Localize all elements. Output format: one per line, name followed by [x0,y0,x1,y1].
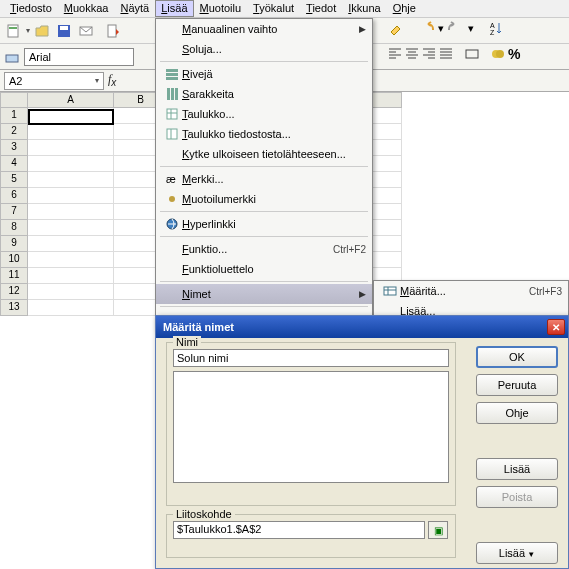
svg-rect-16 [171,88,174,100]
row-header[interactable]: 12 [0,284,28,300]
format-icon [162,192,182,206]
menu-näytä[interactable]: Näytä [114,0,155,17]
menu-lisää[interactable]: Lisää [155,0,193,17]
char-icon: æ [162,172,182,186]
menu-tiedot[interactable]: Tiedot [300,0,342,17]
menu-item[interactable]: Rivejä [156,64,372,84]
font-name-select[interactable]: Arial [24,48,134,66]
menu-item[interactable]: Sarakkeita [156,84,372,104]
menu-muotoilu[interactable]: Muotoilu [194,0,248,17]
more-button[interactable]: Lisää [476,542,558,564]
paint-icon[interactable] [388,20,404,36]
shrink-icon[interactable]: ▣ [428,521,448,539]
cell[interactable] [28,172,114,188]
export-icon[interactable] [103,21,123,41]
menu-item[interactable]: Muotoilumerkki [156,189,372,209]
row-header[interactable]: 2 [0,124,28,140]
svg-rect-5 [108,25,116,37]
ok-button[interactable]: OK [476,346,558,368]
row-header[interactable]: 1 [0,108,28,124]
percent-icon[interactable]: % [508,46,520,62]
delete-button: Poista [476,486,558,508]
cell[interactable] [28,268,114,284]
menu-item[interactable]: Kytke ulkoiseen tietolähteeseen... [156,144,372,164]
cell[interactable] [28,188,114,204]
cancel-button[interactable]: Peruuta [476,374,558,396]
sheet-icon [162,107,182,121]
cell[interactable] [28,300,114,316]
row-header[interactable]: 13 [0,300,28,316]
menu-item[interactable]: Funktio...Ctrl+F2 [156,239,372,259]
menu-item[interactable]: æMerkki... [156,169,372,189]
align-center-icon[interactable] [405,47,419,61]
name-input[interactable] [173,349,449,367]
new-icon[interactable] [4,21,24,41]
menu-työkalut[interactable]: Työkalut [247,0,300,17]
svg-point-11 [496,50,504,58]
menu-tiedosto[interactable]: Tiedosto [4,0,58,17]
menu-item[interactable]: Nimet▶ [156,284,372,304]
cell[interactable] [28,252,114,268]
svg-rect-21 [167,129,177,139]
menu-bar: TiedostoMuokkaaNäytäLisääMuotoiluTyökalu… [0,0,569,18]
cell[interactable] [28,140,114,156]
row-header[interactable]: 7 [0,204,28,220]
currency-icon[interactable] [491,47,505,61]
align-right-icon[interactable] [422,47,436,61]
menu-muokkaa[interactable]: Muokkaa [58,0,115,17]
menu-item[interactable]: Taulukko... [156,104,372,124]
row-header[interactable]: 6 [0,188,28,204]
insert-menu: Manuaalinen vaihto▶Soluja...RivejäSarakk… [155,18,373,330]
submenu-item[interactable]: Määritä...Ctrl+F3 [374,281,568,301]
svg-rect-0 [8,25,18,37]
open-icon[interactable] [32,21,52,41]
cell[interactable] [28,204,114,220]
menu-item[interactable]: Taulukko tiedostosta... [156,124,372,144]
row-header[interactable]: 8 [0,220,28,236]
define-names-dialog: Määritä nimet ✕ Nimi Liitoskohde $Tauluk… [155,315,569,569]
reference-input[interactable]: $Taulukko1.$A$2 [173,521,425,539]
cell[interactable] [28,108,114,124]
menu-item[interactable]: Manuaalinen vaihto▶ [156,19,372,39]
column-header[interactable]: A [28,92,114,108]
cell[interactable] [28,124,114,140]
row-header[interactable]: 5 [0,172,28,188]
row-header[interactable]: 3 [0,140,28,156]
sheetfile-icon [162,127,182,141]
align-justify-icon[interactable] [439,47,453,61]
styles-icon[interactable] [4,49,20,65]
undo-icon[interactable] [418,20,434,36]
dialog-titlebar[interactable]: Määritä nimet ✕ [156,316,568,338]
cell[interactable] [28,156,114,172]
menu-item[interactable]: Funktioluettelo [156,259,372,279]
row-header[interactable]: 9 [0,236,28,252]
cols-icon [162,87,182,101]
cell[interactable] [28,284,114,300]
help-button[interactable]: Ohje [476,402,558,424]
names-list[interactable] [173,371,449,483]
svg-rect-14 [166,77,178,80]
row-header[interactable]: 11 [0,268,28,284]
menu-item[interactable]: Soluja... [156,39,372,59]
merge-icon[interactable] [465,47,479,61]
redo-icon[interactable] [448,20,464,36]
menu-ohje[interactable]: Ohje [387,0,422,17]
cell[interactable] [28,220,114,236]
sort-asc-icon[interactable]: AZ [488,20,504,36]
cell[interactable] [28,236,114,252]
row-header[interactable]: 10 [0,252,28,268]
mail-icon[interactable] [76,21,96,41]
close-icon[interactable]: ✕ [547,319,565,335]
svg-text:æ: æ [166,173,176,185]
rows-icon [162,67,182,81]
menu-ikkuna[interactable]: Ikkuna [342,0,386,17]
row-header[interactable]: 4 [0,156,28,172]
add-button[interactable]: Lisää [476,458,558,480]
save-icon[interactable] [54,21,74,41]
align-left-icon[interactable] [388,47,402,61]
name-box[interactable]: A2 ▾ [4,72,104,90]
menu-item[interactable]: Hyperlinkki [156,214,372,234]
svg-rect-15 [167,88,170,100]
liitos-legend: Liitoskohde [173,508,235,520]
svg-rect-9 [466,50,478,58]
